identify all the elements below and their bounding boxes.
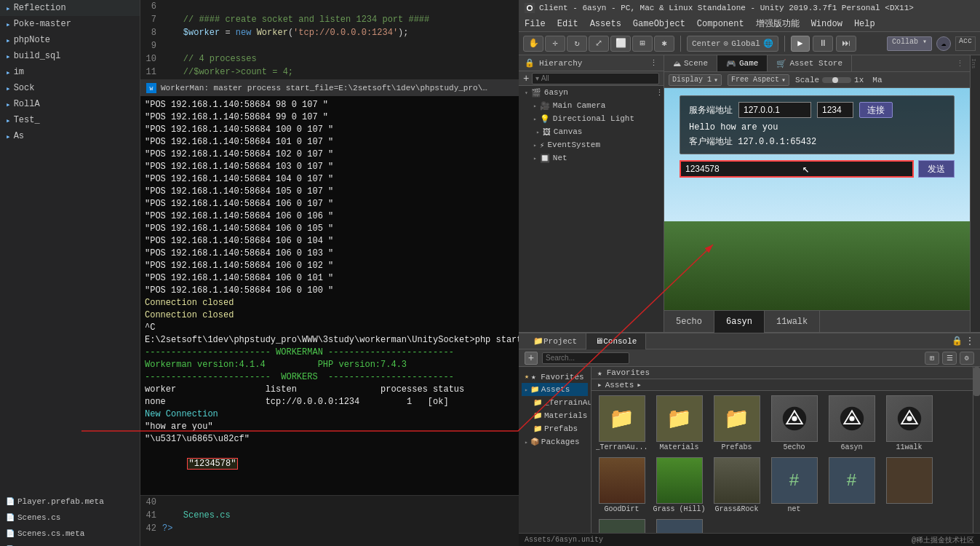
file-walk-cs[interactable]: 📄 Walk.cs [0,542,140,546]
collab-button[interactable]: Collab ▾ [887,36,932,51]
sidebar-item-reflection[interactable]: ▸ Reflection [0,0,140,16]
hierarchy-search-input[interactable] [532,73,659,84]
add-hierarchy-btn[interactable]: + [523,73,529,84]
aspect-dropdown[interactable]: Free Aspect ▾ [728,74,789,86]
menu-file[interactable]: File [525,19,546,29]
tab-game[interactable]: 🎮 Game [717,55,768,71]
asset-net[interactable]: # net [767,456,821,515]
code-line-6: 6 [140,0,519,13]
hierarchy-menu-icon[interactable]: ⋮ [650,58,658,68]
terminal-line: "POS 192.168.1.140:58684 100 0 107 " [145,124,514,136]
scrollbar-thumb[interactable] [973,367,980,396]
custom-tool[interactable]: ✱ [654,36,674,52]
favorites-tree-item[interactable]: ★ ★ Favorites [522,370,588,383]
file-scenes-cs-meta[interactable]: 📄 Scenes.cs.meta [0,526,140,542]
hierarchy-eventsystem[interactable]: ▸ ⚡ EventSystem [519,138,664,151]
tab-project[interactable]: 📁 Project [525,333,586,349]
menu-help[interactable]: Help [854,19,875,29]
tab-scene[interactable]: ⛰ Scene [664,55,717,71]
panel-actions: 🔒 ⋮ [952,336,974,347]
favorites-icon: ★ [525,372,529,381]
terminal-line-closed2: Connection closed [145,309,514,322]
tab-5echo[interactable]: 5echo [664,311,714,333]
rotate-tool[interactable]: ↻ [567,36,587,52]
hand-tool[interactable]: ✋ [523,36,543,52]
materials-tree-item[interactable]: 📁 Materials [522,409,588,422]
console-icon: 🖥 [595,336,603,346]
asset-gooddirt[interactable]: GoodDirt [594,456,649,515]
center-global-toggle[interactable]: Center ⊙ Global 🌐 [687,36,778,52]
sidebar-item-as[interactable]: ▸ As [0,128,140,144]
asset-grassrock[interactable]: Grass&Rock [709,456,764,515]
asset-5echo[interactable]: 5echo [767,394,821,453]
sidebar-item-rolla[interactable]: ▸ RollA [0,96,140,112]
multi-tool[interactable]: ⊞ [632,36,653,52]
scale-tool[interactable]: ⤢ [589,36,609,52]
file-scenes-cs[interactable]: 📄 Scenes.cs [0,510,140,526]
server-ip-input[interactable] [738,102,811,118]
menu-assets[interactable]: Assets [590,19,621,29]
asset-11walk[interactable]: 11walk [882,394,936,453]
panel-view-btn2[interactable]: ☰ [942,352,957,365]
asset-hash1[interactable]: # [824,456,879,515]
panel-view-btn1[interactable]: ⊞ [925,352,939,365]
asset-materials[interactable]: 📁 Materials [652,394,706,453]
hierarchy-panel: 🔒 Hierarchy ⋮ + ▾ 🎬 6asyn ⋮ ▸ 🎥 Main Cam… [519,55,664,332]
menu-window[interactable]: Window [811,19,842,29]
scene-menu-icon[interactable]: ⋮ [656,88,664,98]
play-button[interactable]: ▶ [791,36,810,52]
client-label: 客户端地址 [689,137,733,147]
menu-edit[interactable]: Edit [557,19,578,29]
panel-menu-icon[interactable]: ⋮ [965,336,974,347]
tabs-menu-btn[interactable]: ⋮ [956,59,970,68]
terminal-line: "POS 192.168.1.140:58684 106 0 104 " [145,235,514,248]
hierarchy-main-camera[interactable]: ▸ 🎥 Main Camera [519,99,664,112]
asset-6asyn[interactable]: 6asyn [824,394,879,453]
tab-11walk[interactable]: 11walk [765,311,820,333]
rect-tool[interactable]: ⬜ [610,36,631,52]
step-button[interactable]: ⏭ [836,36,856,52]
message-input[interactable] [680,160,914,178]
file-player-prefab[interactable]: 📄 Player.prefab.meta [0,494,140,510]
menu-enhanced[interactable]: 增强版功能 [756,17,800,30]
display-dropdown[interactable]: Display 1 ▾ [669,74,722,86]
scale-slider[interactable] [822,77,851,83]
send-button[interactable]: 发送 [918,160,955,178]
pause-button[interactable]: ⏸ [813,36,833,52]
move-tool[interactable]: ✛ [545,36,565,52]
panel-lock-icon[interactable]: 🔒 [952,336,963,347]
add-asset-btn[interactable]: + [525,352,538,365]
assets-tree-item[interactable]: ▸ 📁 Assets [522,383,588,396]
packages-tree-item[interactable]: ▸ 📦 Packages [522,435,588,448]
file-label: Player.prefab.meta [17,497,104,506]
tab-asset-store[interactable]: 🛒 Asset Store [768,55,852,71]
asset-search-input[interactable] [542,352,629,364]
hierarchy-directional-light[interactable]: ▸ 💡 Directional Light [519,112,664,125]
hierarchy-net[interactable]: ▸ 🔲 Net [519,151,664,165]
cloud-button[interactable]: ☁ [936,36,951,51]
asset-grass-hill[interactable]: Grass (Hill) [652,456,706,515]
terraaut-tree-item[interactable]: 📁 _TerrainAut... [522,396,588,409]
sidebar-item-buildsql[interactable]: ▸ build_sql [0,48,140,64]
hierarchy-scene-item[interactable]: ▾ 🎬 6asyn ⋮ [519,86,664,99]
connect-button[interactable]: 连接 [859,102,893,118]
server-port-input[interactable] [817,102,853,118]
prefabs-tree-item[interactable]: 📁 Prefabs [522,422,588,435]
tab-6asyn[interactable]: 6asyn [714,311,765,333]
asset-prefabs[interactable]: 📁 Prefabs [709,394,764,453]
panel-settings-btn[interactable]: ⚙ [960,352,974,365]
menu-gameobject[interactable]: GameObject [633,19,685,29]
sidebar-item-sock[interactable]: ▸ Sock [0,80,140,96]
asset-terraaut[interactable]: 📁 _TerranAu... [594,394,649,453]
sidebar-item-test[interactable]: ▸ Test_ [0,112,140,128]
menu-component[interactable]: Component [697,19,744,29]
acc-button[interactable]: Acc [955,36,976,51]
asset-hash2[interactable] [882,456,936,515]
hierarchy-canvas[interactable]: ▸ 🖼 Canvas [519,125,664,138]
sidebar-item-phpnote[interactable]: ▸ phpNote [0,32,140,48]
terminal-line-msg2: "\u5317\u6865\u82cf" [145,433,514,446]
sidebar-item-poke[interactable]: ▸ Poke-master [0,16,140,32]
tab-console[interactable]: 🖥 Console [586,333,646,349]
sidebar-item-im[interactable]: ▸ im [0,64,140,80]
assets-scrollbar[interactable] [973,367,980,546]
